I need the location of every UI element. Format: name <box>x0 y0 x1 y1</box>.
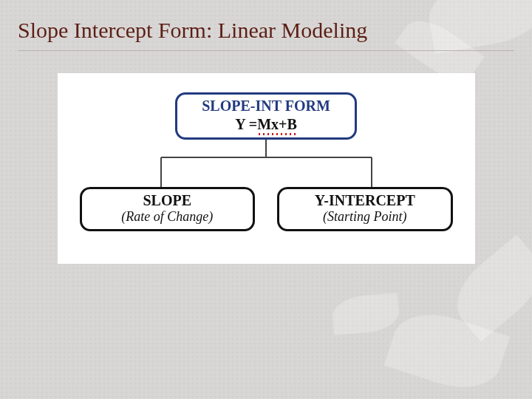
slide-title: Slope Intercept Form: Linear Modeling <box>18 18 514 43</box>
diagram-top-box: SLOPE-INT FORM Y =Mx+B <box>175 92 357 140</box>
right-box-label: Y-INTERCEPT <box>285 192 445 209</box>
formula-underlined: Mx+B <box>257 116 297 133</box>
top-box-heading: SLOPE-INT FORM <box>183 98 349 115</box>
diagram-left-box: SLOPE (Rate of Change) <box>80 187 256 231</box>
right-box-sub: (Starting Point) <box>285 209 445 225</box>
slide: Slope Intercept Form: Linear Modeling SL… <box>0 0 532 399</box>
top-box-formula: Y =Mx+B <box>235 116 297 133</box>
diagram-right-box: Y-INTERCEPT (Starting Point) <box>277 187 453 231</box>
left-box-sub: (Rate of Change) <box>88 209 248 225</box>
diagram-bottom-row: SLOPE (Rate of Change) Y-INTERCEPT (Star… <box>80 187 453 231</box>
formula-prefix: Y = <box>235 116 257 132</box>
title-bar: Slope Intercept Form: Linear Modeling <box>18 13 514 51</box>
connector-lines <box>80 140 453 187</box>
left-box-label: SLOPE <box>88 192 248 209</box>
diagram-panel: SLOPE-INT FORM Y =Mx+B SLOPE (Rate of Ch… <box>58 73 475 264</box>
